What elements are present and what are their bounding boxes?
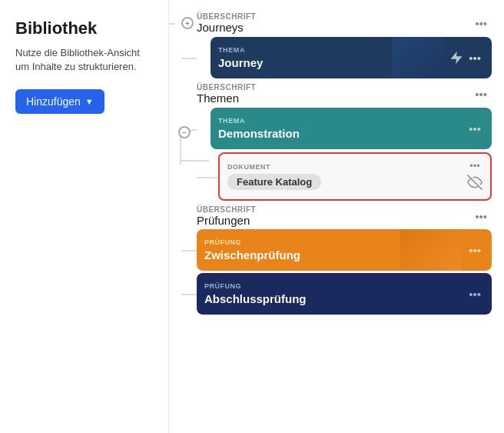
abschlusspruefung-label: PRÜFUNG bbox=[204, 282, 307, 290]
abschlusspruefung-title: Abschlussprüfung bbox=[204, 292, 307, 305]
abschlusspruefung-dots-menu[interactable]: ••• bbox=[466, 286, 484, 302]
themen-title: Themen bbox=[197, 92, 256, 105]
feature-katalog-wrapper: DOKUMENT Feature Katalog ••• bbox=[218, 152, 492, 201]
themen-section: ÜBERSCHRIFT Themen ••• bbox=[175, 83, 492, 105]
collapse-journeys-button[interactable]: + bbox=[181, 17, 194, 29]
zwischenpruefung-card: PRÜFUNG Zwischenprüfung ••• bbox=[197, 229, 492, 271]
journey-card-wrapper: THEMA Journey ••• bbox=[197, 37, 492, 78]
sidebar: Bibliothek Nutze die Bibliothek-Ansicht … bbox=[0, 0, 169, 433]
zwischenpruefung-title: Zwischenprüfung bbox=[204, 248, 300, 261]
journey-card-icon bbox=[446, 43, 467, 72]
chevron-down-icon: ▼ bbox=[85, 97, 94, 106]
pruefungen-section-label: ÜBERSCHRIFT bbox=[197, 205, 256, 214]
feature-katalog-label: DOKUMENT bbox=[227, 163, 321, 171]
journey-card: THEMA Journey ••• bbox=[211, 37, 492, 78]
connector-line bbox=[181, 58, 197, 59]
feature-katalog-dots-menu[interactable]: ••• bbox=[469, 160, 480, 172]
demonstration-card-wrapper: − THEMA Demonstration ••• bbox=[197, 108, 492, 149]
add-button[interactable]: Hinzufügen ▼ bbox=[15, 89, 104, 114]
connector-zwischen bbox=[181, 250, 197, 251]
demonstration-dots-menu[interactable]: ••• bbox=[466, 121, 484, 137]
pruefungen-title: Prüfungen bbox=[197, 214, 256, 227]
zwischenpruefung-wrapper: PRÜFUNG Zwischenprüfung ••• bbox=[197, 229, 492, 271]
main-content: + ÜBERSCHRIFT Journeys ••• THEMA Journey… bbox=[169, 0, 504, 433]
connector-abschluss bbox=[181, 294, 197, 295]
page-title: Bibliothek bbox=[15, 18, 153, 38]
collapse-demo-button[interactable]: − bbox=[178, 126, 191, 138]
journeys-section-label: ÜBERSCHRIFT bbox=[197, 12, 256, 21]
pruefungen-section: ÜBERSCHRIFT Prüfungen ••• bbox=[175, 205, 492, 227]
themen-dots-menu[interactable]: ••• bbox=[470, 86, 492, 102]
journey-card-image bbox=[392, 37, 446, 78]
connector-feature bbox=[197, 177, 218, 178]
demonstration-card-left: THEMA Demonstration bbox=[218, 117, 466, 140]
demonstration-title: Demonstration bbox=[218, 127, 466, 140]
feature-katalog-title: Feature Katalog bbox=[227, 174, 321, 190]
zwischenpruefung-dots-menu[interactable]: ••• bbox=[466, 242, 484, 258]
zwischenpruefung-left: PRÜFUNG Zwischenprüfung bbox=[204, 238, 300, 261]
abschlusspruefung-wrapper: PRÜFUNG Abschlussprüfung ••• bbox=[197, 273, 492, 315]
sidebar-description: Nutze die Bibliothek-Ansicht um Inhalte … bbox=[15, 46, 153, 74]
eye-slash-icon[interactable] bbox=[467, 175, 482, 193]
connector-to-doc bbox=[181, 160, 209, 162]
journeys-dots-menu[interactable]: ••• bbox=[470, 15, 492, 32]
demonstration-card: THEMA Demonstration ••• bbox=[211, 108, 492, 149]
feature-katalog-left: DOKUMENT Feature Katalog bbox=[227, 163, 321, 190]
feature-katalog-card: DOKUMENT Feature Katalog ••• bbox=[218, 152, 492, 201]
themen-section-label: ÜBERSCHRIFT bbox=[197, 83, 256, 92]
journeys-title: Journeys bbox=[197, 21, 256, 34]
abschlusspruefung-left: PRÜFUNG Abschlussprüfung bbox=[204, 282, 307, 305]
journeys-section: + ÜBERSCHRIFT Journeys ••• bbox=[175, 12, 492, 34]
demonstration-label: THEMA bbox=[218, 117, 466, 125]
abschlusspruefung-card: PRÜFUNG Abschlussprüfung ••• bbox=[197, 273, 492, 315]
pruefungen-dots-menu[interactable]: ••• bbox=[470, 208, 492, 225]
feature-katalog-right: ••• bbox=[467, 160, 482, 193]
zwischenpruefung-label: PRÜFUNG bbox=[204, 238, 300, 246]
zwischenpruefung-image bbox=[400, 229, 461, 271]
journey-dots-menu[interactable]: ••• bbox=[466, 50, 484, 66]
add-button-label: Hinzufügen bbox=[26, 95, 81, 108]
